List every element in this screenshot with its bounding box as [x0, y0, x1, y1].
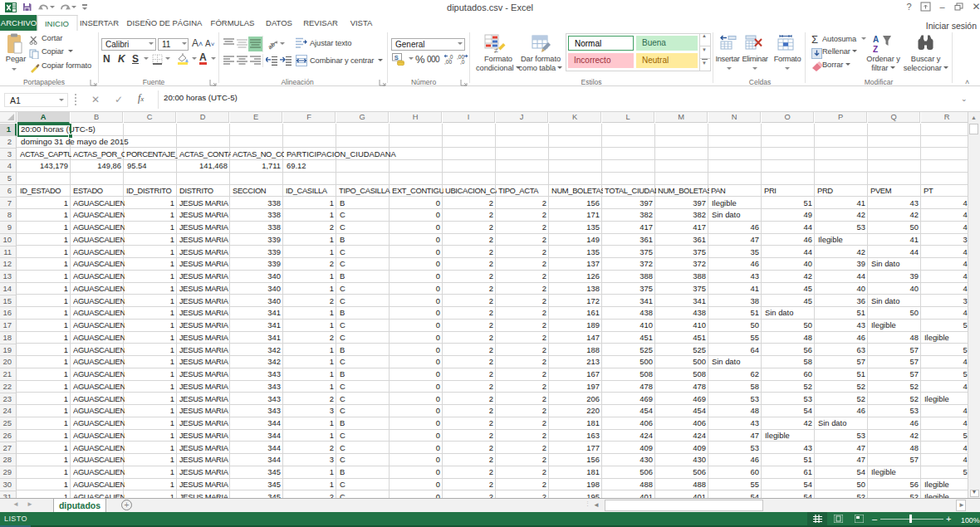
svg-text:Z: Z: [873, 45, 878, 54]
svg-text:,00: ,00: [444, 59, 452, 65]
svg-text:≠: ≠: [494, 46, 498, 54]
svg-text:A: A: [873, 35, 879, 44]
svg-text:S: S: [394, 54, 399, 61]
svg-text:,0: ,0: [460, 59, 465, 65]
